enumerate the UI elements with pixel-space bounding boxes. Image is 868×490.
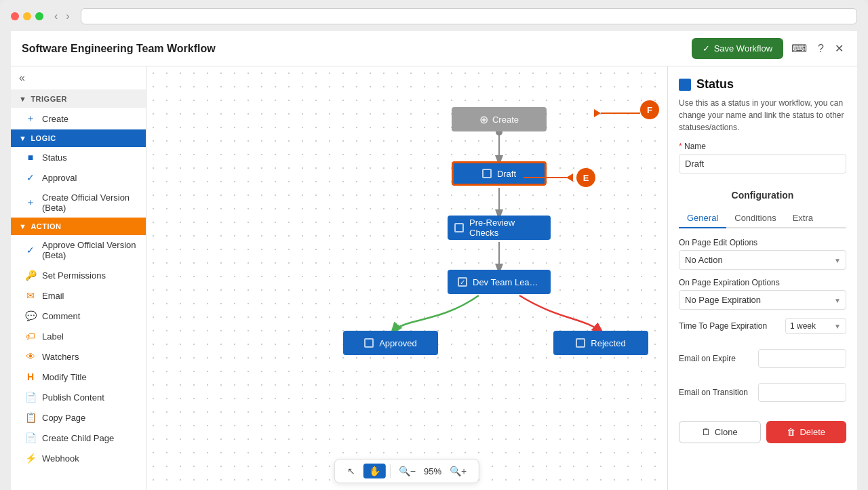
- help-icon-button[interactable]: ?: [815, 40, 827, 58]
- sidebar-item-email[interactable]: ✉ Email: [11, 285, 146, 306]
- sidebar-item-create-child-page[interactable]: 📄 Create Child Page: [11, 428, 146, 448]
- sidebar-item-watchers[interactable]: 👁 Watchers: [11, 346, 146, 367]
- clone-icon: 🗒: [702, 427, 711, 437]
- zoom-in-button[interactable]: 🔍+: [446, 464, 471, 478]
- nav-arrows: ‹ ›: [52, 10, 73, 22]
- email-on-expire-input[interactable]: [758, 349, 846, 368]
- delete-button[interactable]: 🗑 Delete: [766, 421, 847, 443]
- sidebar-webhook-label: Webhook: [42, 453, 138, 464]
- node-approved[interactable]: Approved: [343, 331, 438, 355]
- logic-chevron-icon: ▼: [19, 134, 26, 142]
- tab-extra[interactable]: Extra: [785, 209, 821, 228]
- create-child-icon: 📄: [24, 432, 37, 443]
- sidebar-item-comment[interactable]: 💬 Comment: [11, 306, 146, 326]
- create-node-label: Create: [492, 115, 519, 125]
- name-input[interactable]: [679, 154, 846, 173]
- sidebar-item-approval[interactable]: ✓ Approval: [11, 167, 146, 188]
- sidebar-item-label[interactable]: 🏷 Label: [11, 326, 146, 346]
- draft-node-label: Draft: [497, 169, 516, 179]
- arrow-label-f: F: [640, 100, 659, 119]
- right-panel: Status Use this as a status in your work…: [667, 66, 857, 490]
- rejected-checkbox: [576, 338, 585, 348]
- sidebar-action-section: ▼ ACTION ✓ Approve Official Version (Bet…: [11, 218, 146, 468]
- sidebar-comment-label: Comment: [42, 311, 138, 321]
- sidebar-email-label: Email: [42, 291, 138, 301]
- save-workflow-button[interactable]: ✓ Save Workflow: [692, 38, 783, 59]
- sidebar-trigger-section: ▼ TRIGGER ＋ Create: [11, 90, 146, 129]
- header-actions: ✓ Save Workflow ⌨ ? ✕: [692, 38, 846, 59]
- sidebar-action-header[interactable]: ▼ ACTION: [11, 218, 146, 235]
- sidebar-logic-section: ▼ LOGIC ■ Status ✓ Approval ＋ Create Off…: [11, 129, 146, 218]
- traffic-lights: [11, 12, 43, 20]
- trigger-label: TRIGGER: [31, 95, 67, 103]
- sidebar-approval-label: Approval: [42, 173, 138, 183]
- webhook-icon: ⚡: [24, 453, 37, 464]
- pan-tool-button[interactable]: ✋: [363, 464, 386, 478]
- select-tool-button[interactable]: ↖: [343, 464, 359, 478]
- email-on-expire-field: Email on Expire: [679, 349, 846, 368]
- time-expiration-field: Time To Page Expiration 1 week 2 weeks 1…: [679, 318, 846, 334]
- status-square-icon: ■: [24, 152, 37, 163]
- keyboard-icon-button[interactable]: ⌨: [789, 39, 810, 58]
- address-bar[interactable]: [81, 8, 857, 24]
- config-tabs: General Conditions Extra: [679, 209, 846, 228]
- sidebar-approve-official-label: Approve Official Version (Beta): [42, 240, 138, 260]
- sidebar-collapse-button[interactable]: «: [19, 72, 25, 84]
- fullscreen-traffic-light[interactable]: [35, 12, 43, 20]
- sidebar-item-create[interactable]: ＋ Create: [11, 108, 146, 129]
- forward-button[interactable]: ›: [63, 10, 72, 22]
- sidebar-item-webhook[interactable]: ⚡ Webhook: [11, 448, 146, 468]
- on-page-edit-label: On Page Edit Options: [679, 238, 846, 247]
- sidebar-modify-title-label: Modify Title: [42, 372, 138, 382]
- devreview-node-label: Dev Team Lead Revi...: [473, 277, 540, 287]
- clone-button[interactable]: 🗒 Clone: [679, 421, 761, 443]
- sidebar-status-label: Status: [42, 152, 138, 163]
- close-traffic-light[interactable]: [11, 12, 19, 20]
- sidebar-set-permissions-label: Set Permissions: [42, 270, 138, 281]
- sidebar-item-copy-page[interactable]: 📋 Copy Page: [11, 407, 146, 428]
- on-page-edit-select-wrapper: No Action Transition Email ▼: [679, 250, 846, 270]
- sidebar-create-label: Create: [42, 114, 138, 124]
- panel-title: Status: [696, 77, 734, 91]
- back-button[interactable]: ‹: [52, 10, 60, 22]
- sidebar-item-set-permissions[interactable]: 🔑 Set Permissions: [11, 265, 146, 285]
- email-on-transition-input[interactable]: [758, 383, 846, 402]
- arrow-label-e: E: [576, 168, 595, 187]
- time-expiration-select[interactable]: 1 week 2 weeks 1 month: [785, 318, 846, 334]
- sidebar-item-create-official[interactable]: ＋ Create Official Version (Beta): [11, 188, 146, 218]
- save-check-icon: ✓: [703, 43, 710, 54]
- node-prereview[interactable]: Pre-Review Checks: [448, 216, 551, 240]
- email-icon: ✉: [24, 290, 37, 301]
- page-title: Software Engineering Team Workflow: [22, 43, 216, 55]
- node-rejected[interactable]: Rejected: [553, 331, 648, 355]
- workflow-svg: [146, 66, 667, 490]
- sidebar-item-approve-official[interactable]: ✓ Approve Official Version (Beta): [11, 235, 146, 265]
- on-page-edit-select[interactable]: No Action Transition Email: [679, 250, 846, 270]
- panel-description: Use this as a status in your workflow, y…: [679, 97, 846, 134]
- tab-general[interactable]: General: [679, 209, 726, 228]
- on-page-expiration-select[interactable]: No Page Expiration Email Transition: [679, 290, 846, 310]
- sidebar-collapse-section: «: [11, 66, 146, 90]
- node-create[interactable]: ⊕ Create: [452, 107, 547, 131]
- on-page-expiration-select-wrapper: No Page Expiration Email Transition ▼: [679, 290, 846, 310]
- sidebar-item-status[interactable]: ■ Status: [11, 147, 146, 167]
- devreview-checkbox: ✓: [458, 277, 467, 287]
- node-devreview[interactable]: ✓ Dev Team Lead Revi...: [448, 270, 551, 294]
- workflow-canvas[interactable]: ⊕ Create Draft Pre-Review Checks ✓ Dev T…: [146, 66, 667, 490]
- on-page-expiration-label: On Page Expiration Options: [679, 278, 846, 287]
- sidebar-item-publish-content[interactable]: 📄 Publish Content: [11, 387, 146, 407]
- approved-node-label: Approved: [379, 338, 417, 348]
- panel-title-row: Status: [679, 77, 846, 91]
- sidebar-item-modify-title[interactable]: H Modify Title: [11, 367, 146, 387]
- toolbar-divider-1: [390, 464, 391, 478]
- close-icon-button[interactable]: ✕: [832, 39, 846, 58]
- sidebar-logic-header[interactable]: ▼ LOGIC: [11, 129, 146, 147]
- minimize-traffic-light[interactable]: [23, 12, 31, 20]
- tab-conditions[interactable]: Conditions: [726, 209, 784, 228]
- time-expiration-select-wrapper: 1 week 2 weeks 1 month ▼: [785, 318, 846, 334]
- delete-label: Delete: [800, 427, 825, 437]
- sidebar-trigger-header[interactable]: ▼ TRIGGER: [11, 90, 146, 108]
- modify-title-icon: H: [24, 371, 37, 382]
- sidebar-create-official-label: Create Official Version (Beta): [42, 192, 138, 213]
- zoom-out-button[interactable]: 🔍−: [395, 464, 420, 478]
